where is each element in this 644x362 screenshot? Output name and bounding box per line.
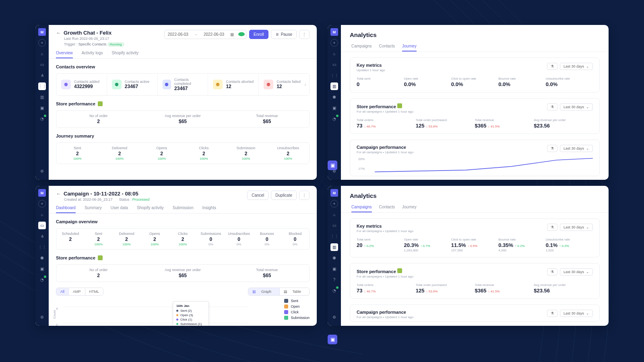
tab-submission[interactable]: Submission: [173, 206, 194, 213]
tab-journey[interactable]: Journey: [402, 44, 417, 51]
tab-dashboard[interactable]: Dashboard: [56, 206, 76, 213]
home-icon[interactable]: ⌂: [330, 50, 338, 58]
floating-action-button[interactable]: ▣: [328, 160, 337, 170]
share-icon[interactable]: ⋮⋮: [330, 72, 338, 79]
tab-shopify-activity[interactable]: Shopify activity: [111, 51, 138, 58]
filter-button[interactable]: ⚗: [547, 268, 557, 276]
metric-cell: Submissions00%: [197, 228, 225, 249]
home-icon[interactable]: ⌂: [38, 211, 46, 218]
share-icon[interactable]: ⋮⋮: [330, 232, 338, 240]
seg-all[interactable]: All: [56, 288, 68, 295]
tab-shopify-activity[interactable]: Shopify activity: [137, 206, 164, 213]
template-icon[interactable]: ▣: [330, 104, 338, 112]
cancel-button[interactable]: Cancel: [247, 191, 268, 200]
enroll-button[interactable]: Enroll: [249, 30, 268, 39]
add-icon[interactable]: +: [38, 200, 46, 208]
pause-button[interactable]: ⏸Pause: [271, 30, 297, 39]
analytics-icon[interactable]: ▥: [330, 82, 338, 90]
filter-button[interactable]: ⚗: [547, 145, 557, 152]
people-icon[interactable]: ⚉: [38, 254, 46, 262]
filter-button[interactable]: ⚗: [547, 103, 557, 111]
view-toggle[interactable]: ▥ Graph ▤ Table: [248, 288, 310, 296]
campaigns-icon[interactable]: ▭: [38, 222, 46, 229]
flow-icon[interactable]: ⋔: [38, 72, 46, 79]
tab-user-data[interactable]: User data: [111, 206, 128, 213]
logo-icon[interactable]: M: [38, 189, 46, 197]
filter-button[interactable]: ⚗: [547, 310, 557, 317]
help-icon[interactable]: ?: [330, 276, 338, 284]
contacts-icon[interactable]: ▭: [330, 222, 338, 229]
share-icon[interactable]: ⋮⋮: [38, 243, 46, 251]
tab-contacts[interactable]: Contacts: [379, 205, 395, 212]
segment-control[interactable]: AllAMPHTML: [56, 288, 103, 296]
tab-journey[interactable]: Journey: [402, 205, 417, 212]
date-range-button[interactable]: Last 30 days⌄: [560, 145, 593, 152]
template-icon[interactable]: ▣: [38, 265, 46, 273]
table-toggle[interactable]: ▤ Table: [279, 288, 309, 295]
km-sub: Updated 1 hour ago: [357, 68, 385, 72]
metric-cell: Delivered2100%: [99, 143, 141, 164]
store-metrics: No of order2Avg revenue per order$65Tota…: [56, 110, 310, 128]
more-button[interactable]: ⋮: [299, 191, 310, 200]
date-range-picker[interactable]: 2022-06-03 → 2022-06-03 ▦: [164, 30, 247, 39]
date-range-button[interactable]: Last 30 days⌄: [560, 103, 593, 111]
tab-overview[interactable]: Overview: [56, 51, 73, 58]
settings-icon[interactable]: ⚙: [330, 313, 338, 321]
contact-card[interactable]: ⚉Contacts aborted12: [208, 74, 258, 95]
logo-icon[interactable]: M: [330, 28, 338, 36]
contact-card[interactable]: ⚉Contacts added4322999: [56, 74, 107, 95]
back-icon[interactable]: ←: [56, 191, 61, 197]
home-icon[interactable]: ⌂: [38, 50, 46, 58]
contact-card[interactable]: ⚉Contacts failed12›: [258, 74, 309, 95]
seg-amp[interactable]: AMP: [68, 288, 85, 295]
home-icon[interactable]: ⌂: [330, 211, 338, 218]
filter-button[interactable]: ⚗: [547, 224, 557, 231]
bell-icon[interactable]: ◔: [330, 115, 338, 123]
settings-icon[interactable]: ⚙: [38, 313, 46, 321]
date-range-button[interactable]: Last 30 days⌄: [560, 224, 593, 231]
floating-action-button[interactable]: ▣: [328, 335, 337, 344]
add-icon[interactable]: +: [38, 39, 46, 47]
contacts-icon[interactable]: ▭: [38, 61, 46, 68]
km-cell: Bounce rate0.0%: [498, 77, 545, 87]
template-icon[interactable]: ▣: [38, 104, 46, 112]
date-range-button[interactable]: Last 30 days⌄: [560, 63, 593, 70]
chart-icon[interactable]: ▥: [38, 93, 46, 101]
settings-icon[interactable]: ⚙: [38, 167, 46, 175]
km-cell: Total sent0: [357, 77, 404, 87]
flow-icon[interactable]: ⋔: [38, 232, 46, 240]
tab-summary[interactable]: Summary: [85, 206, 102, 213]
delta: ↓ 46.7%: [364, 290, 376, 293]
share-icon[interactable]: ⋮⋮: [38, 82, 46, 90]
seg-html[interactable]: HTML: [85, 288, 103, 295]
add-icon[interactable]: +: [330, 200, 338, 208]
duplicate-button[interactable]: Duplicate: [271, 191, 297, 200]
back-icon[interactable]: ←: [56, 30, 61, 36]
more-button[interactable]: ⋮: [299, 30, 310, 39]
analytics-icon[interactable]: ▥: [330, 243, 338, 251]
delta: ↑ 0.2%: [364, 244, 374, 248]
contact-card[interactable]: ⚉Contacts active23467: [107, 74, 157, 95]
bell-icon[interactable]: ◔: [38, 115, 46, 123]
add-icon[interactable]: +: [330, 39, 338, 47]
tab-campaigns[interactable]: Campaigns: [351, 44, 372, 51]
date-range-button[interactable]: Last 30 days⌄: [560, 310, 593, 317]
cp-title: Campaign performance: [357, 145, 413, 150]
graph-toggle[interactable]: ▥ Graph: [248, 288, 279, 295]
filter-button[interactable]: ⚗: [547, 63, 557, 70]
logo-icon[interactable]: M: [330, 189, 338, 197]
tab-insights[interactable]: Insights: [202, 206, 216, 213]
template-icon[interactable]: ▣: [330, 265, 338, 273]
tab-campaigns[interactable]: Campaigns: [351, 205, 372, 212]
tab-contacts[interactable]: Contacts: [379, 44, 395, 51]
contact-card[interactable]: ⚉Contacts completed23467: [157, 74, 208, 95]
tab-activity-logs[interactable]: Activity logs: [82, 51, 103, 58]
last-run-text: Last Run 2022-06-26_23:17: [64, 37, 124, 41]
logo-icon[interactable]: M: [38, 28, 46, 36]
bell-icon[interactable]: ◔: [38, 276, 46, 284]
people-icon[interactable]: ⚉: [330, 93, 338, 101]
date-range-button[interactable]: Last 30 days⌄: [560, 268, 593, 276]
bell-icon[interactable]: ◔: [330, 287, 338, 294]
people-icon[interactable]: ⚉: [330, 254, 338, 262]
contacts-icon[interactable]: ▭: [330, 61, 338, 68]
